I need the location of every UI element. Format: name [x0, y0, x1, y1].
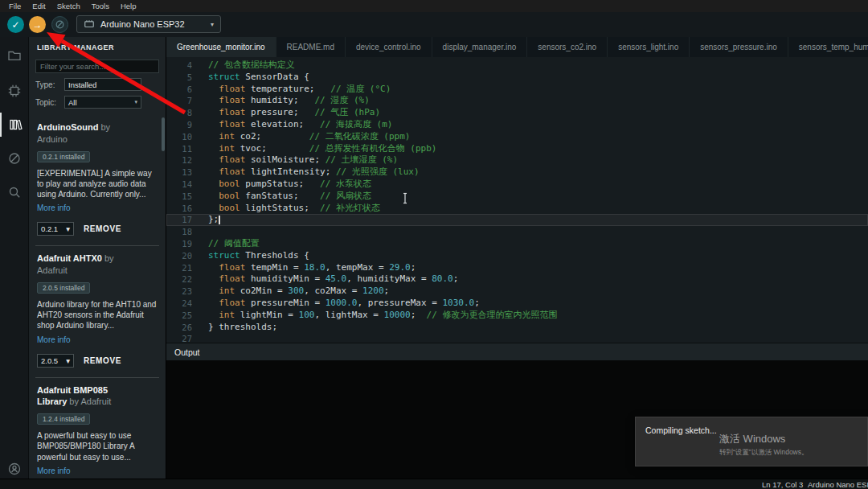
code-line[interactable]: 12 float soilMoisture; // 土壤湿度 (%)	[166, 154, 868, 166]
line-number: 4	[166, 60, 208, 72]
sidebar-item-search[interactable]	[0, 180, 29, 204]
code-line[interactable]: 15 bool fanStatus; // 风扇状态	[166, 191, 868, 203]
code-line[interactable]: 6 float temperature; // 温度 (°C)	[166, 84, 868, 96]
library-name: ArduinoSound	[37, 122, 98, 132]
notification-message: Compiling sketch...	[645, 425, 717, 435]
boards-manager-icon	[7, 84, 22, 98]
watermark-line2: 转到“设置”以激活 Windows。	[719, 448, 809, 458]
verify-button[interactable]: ✓	[7, 16, 24, 33]
library-item: Adafruit BMP085 Library by Adafruit1.2.4…	[35, 378, 159, 479]
menu-item-help[interactable]: Help	[115, 0, 142, 12]
more-info-link[interactable]: More info	[37, 335, 71, 344]
library-controls: 2.0.5▾REMOVE	[37, 354, 158, 368]
sidebar-item-debug[interactable]	[0, 146, 29, 171]
toolbar: ✓ → Arduino Nano ESP32 ▾	[0, 12, 868, 37]
editor-tab[interactable]: sensors_pressure.ino	[690, 37, 788, 57]
line-number: 15	[166, 191, 208, 203]
code-line[interactable]: 9 float elevation; // 海拔高度 (m)	[166, 119, 868, 131]
remove-button[interactable]: REMOVE	[84, 224, 121, 233]
code-line[interactable]: 22 float humidityMin = 45.0, humidityMax…	[166, 273, 868, 286]
version-select[interactable]: 0.2.1▾	[37, 222, 74, 236]
menu-item-sketch[interactable]: Sketch	[51, 0, 86, 12]
code-line[interactable]: 13 float lightIntensity; // 光照强度 (lux)	[166, 166, 868, 179]
code-line[interactable]: 17};	[166, 214, 868, 226]
code-line[interactable]: 18	[166, 226, 868, 238]
library-search-input[interactable]	[35, 60, 159, 73]
library-item: ArduinoSound by Arduino0.2.1 installed[E…	[35, 115, 159, 246]
checkmark-icon: ✓	[11, 19, 19, 31]
code-line[interactable]: 20struct Thresholds {	[166, 250, 868, 262]
installed-badge: 2.0.5 installed	[37, 282, 90, 294]
editor-tab[interactable]: display_manager.ino	[432, 37, 528, 57]
output-tab[interactable]: Output	[174, 347, 200, 357]
code-line[interactable]: 21 float tempMin = 18.0, tempMax = 29.0;	[166, 262, 868, 274]
line-number: 27	[166, 333, 208, 343]
code-line[interactable]: 5struct SensorData {	[166, 72, 868, 84]
code-text: bool lightStatus; // 补光灯状态	[208, 203, 380, 215]
line-number: 12	[166, 154, 208, 166]
sidebar-item-library-manager[interactable]	[0, 113, 29, 137]
code-line[interactable]: 14 bool pumpStatus; // 水泵状态	[166, 179, 868, 191]
board-icon	[84, 18, 95, 30]
code-line[interactable]: 26} thresholds;	[166, 322, 868, 334]
line-number: 22	[166, 273, 208, 286]
line-number: 10	[166, 131, 208, 143]
menu-item-edit[interactable]: Edit	[27, 0, 51, 12]
menu-item-file[interactable]: File	[3, 0, 27, 12]
editor-tab[interactable]: README.md	[276, 37, 346, 57]
editor-tab[interactable]: Greenhouse_monitor.ino	[166, 37, 276, 57]
line-number: 9	[166, 119, 208, 131]
code-editor[interactable]: 4// 包含数据结构定义5struct SensorData {6 float …	[166, 57, 868, 343]
editor-tab[interactable]: sensors_light.ino	[608, 37, 690, 57]
code-line[interactable]: 24 float pressureMin = 1000.0, pressureM…	[166, 298, 868, 310]
editor-tab[interactable]: device_control.ino	[346, 37, 432, 57]
panel-scrollbar-thumb[interactable]	[162, 117, 165, 151]
code-line[interactable]: 19// 阈值配置	[166, 238, 868, 250]
sidebar-item-boards-manager[interactable]	[0, 79, 29, 103]
more-info-link[interactable]: More info	[37, 203, 71, 212]
version-select[interactable]: 2.0.5▾	[37, 354, 74, 368]
status-board-name: Arduino Nano ESP32	[808, 479, 868, 489]
code-line[interactable]: 4// 包含数据结构定义	[166, 60, 868, 72]
line-number: 24	[166, 298, 208, 310]
line-number: 5	[166, 72, 208, 84]
arduino-ide-window: FileEditSketchToolsHelp ✓ → Arduino Nano…	[0, 0, 868, 489]
code-text: struct Thresholds {	[208, 250, 309, 262]
remove-button[interactable]: REMOVE	[84, 356, 121, 365]
upload-button[interactable]: →	[29, 16, 46, 33]
status-bar: Ln 17, Col 3 Arduino Nano ESP32	[0, 479, 868, 489]
code-line[interactable]: 23 int co2Min = 300, co2Max = 1200;	[166, 286, 868, 298]
editor-tab[interactable]: sensors_co2.ino	[527, 37, 608, 57]
code-text: float humidityMin = 45.0, humidityMax = …	[208, 273, 458, 286]
topic-select-value: All	[68, 98, 77, 107]
more-info-link[interactable]: More info	[37, 466, 71, 475]
type-select-value: Installed	[68, 80, 96, 89]
code-line[interactable]: 10 int co2; // 二氧化碳浓度 (ppm)	[166, 131, 868, 143]
editor-tab[interactable]: sensors_temp_humid.ino	[788, 37, 868, 57]
code-text: bool fanStatus; // 风扇状态	[208, 191, 371, 203]
version-value: 0.2.1	[41, 224, 58, 233]
line-number: 11	[166, 143, 208, 155]
line-number: 21	[166, 262, 208, 274]
code-line[interactable]: 27	[166, 333, 868, 343]
line-number: 25	[166, 310, 208, 322]
code-text: int co2Min = 300, co2Max = 1200;	[208, 286, 389, 298]
library-description: [EXPERIMENTAL] A simple way to play and …	[37, 168, 158, 200]
editor-tab-bar: Greenhouse_monitor.inoREADME.mddevice_co…	[166, 37, 868, 57]
library-list: ArduinoSound by Arduino0.2.1 installed[E…	[35, 115, 159, 479]
code-line[interactable]: 16 bool lightStatus; // 补光灯状态	[166, 203, 868, 215]
line-number: 6	[166, 84, 208, 96]
debug-button[interactable]	[51, 16, 68, 33]
sidebar-item-sketchbook[interactable]	[0, 43, 29, 68]
code-line[interactable]: 8 float pressure; // 气压 (hPa)	[166, 107, 868, 119]
line-number: 13	[166, 166, 208, 179]
menu-item-tools[interactable]: Tools	[86, 0, 115, 12]
code-line[interactable]: 11 int tvoc; // 总挥发性有机化合物 (ppb)	[166, 143, 868, 155]
code-text: };	[208, 214, 220, 226]
code-line[interactable]: 7 float humidity; // 湿度 (%)	[166, 95, 868, 107]
board-selector[interactable]: Arduino Nano ESP32 ▾	[76, 15, 221, 33]
sidebar-item-account[interactable]	[0, 457, 29, 481]
code-line[interactable]: 25 int lightMin = 100, lightMax = 10000;…	[166, 310, 868, 322]
type-select[interactable]: Installed ▾	[64, 78, 141, 91]
topic-select[interactable]: All ▾	[64, 96, 141, 109]
